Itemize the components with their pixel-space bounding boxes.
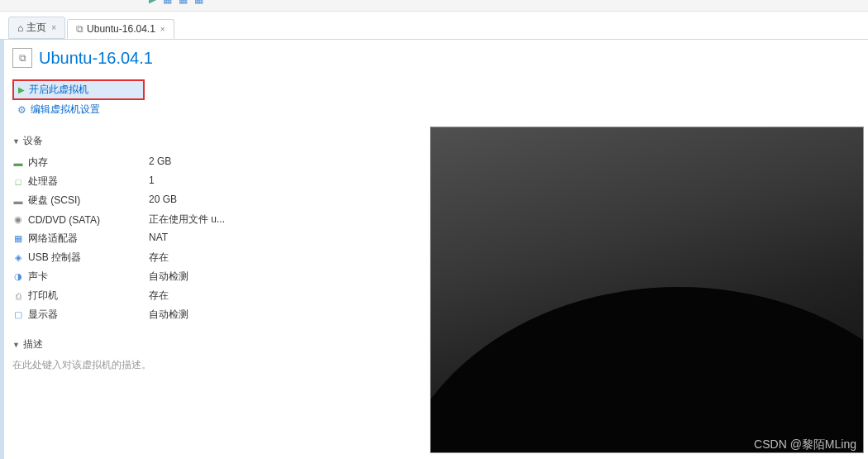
device-name: ▬内存 [12,155,149,170]
device-value: 20 GB [149,194,177,208]
device-icon: ◉ [12,214,24,225]
devices-title: 设备 [23,134,43,148]
vm-preview[interactable] [430,127,864,453]
description-section: ▼ 描述 在此处键入对该虚拟机的描述。 [12,337,277,374]
device-value: 自动检测 [149,308,188,322]
home-icon: ⌂ [17,22,23,34]
device-name: ▦网络适配器 [12,232,149,246]
device-name: ▬硬盘 (SCSI) [12,194,149,208]
gear-icon: ⚙ [17,104,26,116]
toolbar-icon[interactable]: ▦ [194,0,203,5]
tab-home-label: 主页 [26,21,46,35]
device-icon: ◈ [12,252,24,263]
device-name: ◑声卡 [12,270,149,284]
device-label: 网络适配器 [28,232,78,246]
device-label: 声卡 [28,270,48,284]
chevron-down-icon: ▼ [12,137,20,146]
toolbar-icons: ▶ ▦ ▦ ▦ [149,0,203,5]
device-value: NAT [149,232,168,246]
device-icon: ▢ [12,309,24,320]
tab-bar: ⌂ 主页 × ⧉ Ubuntu-16.04.1 × [0,12,868,40]
device-label: 硬盘 (SCSI) [28,194,80,208]
devices-section: ▼ 设备 ▬内存2 GB□处理器1▬硬盘 (SCSI)20 GB◉CD/DVD … [12,134,277,324]
watermark: CSDN @黎陌MLing [754,437,856,452]
device-label: 处理器 [28,175,58,189]
device-icon: ▦ [12,233,24,244]
close-icon[interactable]: × [160,25,165,34]
device-row[interactable]: ▢显示器自动检测 [12,305,277,324]
vm-title-icon: ⧉ [12,48,32,68]
device-icon: ◑ [12,271,24,282]
device-label: USB 控制器 [28,251,81,265]
description-header[interactable]: ▼ 描述 [12,337,277,351]
device-name: ◉CD/DVD (SATA) [12,213,149,227]
vm-icon: ⧉ [76,23,83,35]
device-row[interactable]: ⎙打印机存在 [12,286,277,305]
device-table: ▬内存2 GB□处理器1▬硬盘 (SCSI)20 GB◉CD/DVD (SATA… [12,153,277,324]
device-name: □处理器 [12,175,149,189]
vm-title-row: ⧉ Ubuntu-16.04.1 [12,48,277,68]
device-row[interactable]: ▬内存2 GB [12,153,277,172]
device-icon: □ [12,177,24,187]
device-icon: ⎙ [12,291,24,301]
device-row[interactable]: □处理器1 [12,172,277,191]
device-row[interactable]: ▦网络适配器NAT [12,229,277,248]
device-label: 显示器 [28,308,58,322]
edit-settings-label: 编辑虚拟机设置 [31,103,100,117]
tab-vm-label: Ubuntu-16.04.1 [87,23,155,35]
play-icon: ▶ [18,85,25,94]
device-value: 自动检测 [149,270,188,284]
device-row[interactable]: ◈USB 控制器存在 [12,248,277,267]
power-on-label: 开启此虚拟机 [29,83,88,97]
device-name: ⎙打印机 [12,289,149,303]
tab-home[interactable]: ⌂ 主页 × [8,17,65,39]
device-label: CD/DVD (SATA) [28,214,100,226]
device-row[interactable]: ◑声卡自动检测 [12,267,277,286]
device-row[interactable]: ▬硬盘 (SCSI)20 GB [12,191,277,210]
device-value: 存在 [149,289,169,303]
device-name: ◈USB 控制器 [12,251,149,265]
device-label: 打印机 [28,289,58,303]
vm-title-text: Ubuntu-16.04.1 [39,49,153,68]
tab-vm[interactable]: ⧉ Ubuntu-16.04.1 × [67,19,174,39]
action-list: ▶ 开启此虚拟机 ⚙ 编辑虚拟机设置 [12,79,277,119]
device-row[interactable]: ◉CD/DVD (SATA)正在使用文件 u... [12,210,277,229]
description-placeholder[interactable]: 在此处键入对该虚拟机的描述。 [12,356,277,374]
device-icon: ▬ [12,196,24,206]
device-name: ▢显示器 [12,308,149,322]
device-icon: ▬ [12,158,24,168]
close-icon[interactable]: × [51,23,56,32]
device-value: 存在 [149,251,169,265]
description-title: 描述 [23,337,43,351]
device-value: 2 GB [149,155,171,170]
edit-settings-button[interactable]: ⚙ 编辑虚拟机设置 [12,100,277,119]
power-on-button[interactable]: ▶ 开启此虚拟机 [12,79,145,100]
toolbar-icon[interactable]: ▦ [163,0,172,5]
device-label: 内存 [28,155,48,170]
device-value: 1 [149,175,155,189]
left-panel: ⧉ Ubuntu-16.04.1 ▶ 开启此虚拟机 ⚙ 编辑虚拟机设置 ▼ 设备… [4,40,277,459]
toolbar-play-icon[interactable]: ▶ [149,0,156,5]
right-panel [277,40,868,459]
chevron-down-icon: ▼ [12,341,20,349]
top-toolbar: ▶ ▦ ▦ ▦ [0,0,868,12]
content-area: ⧉ Ubuntu-16.04.1 ▶ 开启此虚拟机 ⚙ 编辑虚拟机设置 ▼ 设备… [0,40,868,459]
device-value: 正在使用文件 u... [149,213,225,227]
devices-header[interactable]: ▼ 设备 [12,134,277,148]
toolbar-icon[interactable]: ▦ [179,0,188,5]
